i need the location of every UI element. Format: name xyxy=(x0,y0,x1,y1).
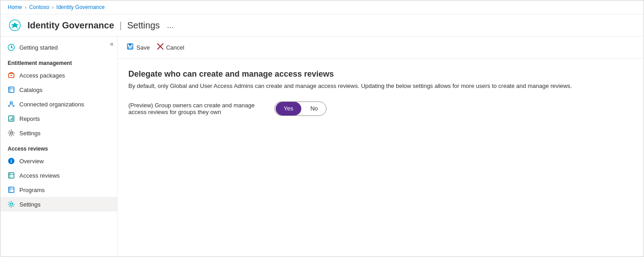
toggle-switch[interactable]: Yes No xyxy=(274,101,327,116)
reports-label: Reports xyxy=(19,115,40,122)
breadcrumb-identity-governance[interactable]: Identity Governance xyxy=(56,4,104,10)
access-reviews-settings-icon xyxy=(8,201,15,208)
sidebar-item-access-reviews[interactable]: Access reviews xyxy=(0,168,117,183)
setting-row: (Preview) Group owners can create and ma… xyxy=(128,101,633,116)
access-packages-label: Access packages xyxy=(19,72,65,79)
svg-rect-28 xyxy=(128,47,132,49)
sidebar-item-catalogs[interactable]: Catalogs xyxy=(0,83,117,97)
save-button[interactable]: Save xyxy=(127,41,150,54)
catalogs-label: Catalogs xyxy=(19,87,42,93)
breadcrumb-contoso[interactable]: Contoso xyxy=(29,4,50,10)
svg-line-11 xyxy=(11,104,14,106)
svg-line-10 xyxy=(9,104,11,106)
sidebar-item-entitlement-settings[interactable]: Settings xyxy=(0,126,117,140)
breadcrumb-home[interactable]: Home xyxy=(8,4,22,10)
content-body: Delegate who can create and manage acces… xyxy=(118,59,644,134)
overview-icon: i xyxy=(8,157,15,165)
access-reviews-label: Access reviews xyxy=(19,172,60,179)
identity-governance-icon xyxy=(8,18,22,32)
sidebar: « Getting started Entitlement management… xyxy=(0,37,118,257)
svg-point-9 xyxy=(13,106,14,107)
reports-icon xyxy=(8,115,15,122)
svg-rect-19 xyxy=(9,173,14,178)
main-layout: « Getting started Entitlement management… xyxy=(0,37,644,257)
cancel-label: Cancel xyxy=(166,44,184,51)
entitlement-management-section: Entitlement management xyxy=(0,55,117,68)
sidebar-item-access-reviews-settings[interactable]: Settings xyxy=(0,197,117,211)
getting-started-label: Getting started xyxy=(19,44,58,51)
svg-text:i: i xyxy=(11,159,12,164)
page-title: Identity Governance xyxy=(27,20,114,31)
sidebar-collapse-button[interactable]: « xyxy=(110,40,113,47)
save-label: Save xyxy=(136,44,150,51)
svg-rect-22 xyxy=(9,187,14,193)
cancel-button[interactable]: Cancel xyxy=(157,41,184,53)
breadcrumb: Home › Contoso › Identity Governance xyxy=(0,0,644,14)
cancel-icon xyxy=(157,43,163,51)
entitlement-settings-label: Settings xyxy=(19,130,41,137)
svg-point-7 xyxy=(10,102,13,104)
programs-label: Programs xyxy=(19,187,45,193)
connected-orgs-icon xyxy=(8,101,15,108)
access-packages-icon xyxy=(8,72,15,79)
content-description: By default, only Global and User Access … xyxy=(128,82,633,91)
svg-rect-27 xyxy=(129,44,132,46)
page-header: Identity Governance | Settings ... xyxy=(0,14,644,37)
connected-orgs-label: Connected organizations xyxy=(19,101,84,108)
content-title: Delegate who can create and manage acces… xyxy=(128,69,633,79)
main-content: Save Cancel Delegate who can create and … xyxy=(118,37,644,257)
sidebar-item-programs[interactable]: Programs xyxy=(0,183,117,197)
sidebar-item-access-packages[interactable]: Access packages xyxy=(0,68,117,83)
sidebar-item-connected-orgs[interactable]: Connected organizations xyxy=(0,97,117,111)
save-icon xyxy=(127,43,134,52)
access-reviews-settings-label: Settings xyxy=(19,201,41,208)
more-options[interactable]: ... xyxy=(167,21,174,30)
access-reviews-icon xyxy=(8,172,15,179)
sidebar-item-overview[interactable]: i Overview xyxy=(0,154,117,168)
header-divider: | xyxy=(119,20,122,31)
sidebar-item-getting-started[interactable]: Getting started xyxy=(0,40,117,55)
access-reviews-section: Access reviews xyxy=(0,140,117,154)
entitlement-settings-icon xyxy=(8,129,15,137)
page-subtitle: Settings xyxy=(127,20,159,31)
catalogs-icon xyxy=(8,86,15,93)
setting-label: (Preview) Group owners can create and ma… xyxy=(128,102,263,115)
overview-label: Overview xyxy=(19,158,44,165)
svg-rect-4 xyxy=(9,87,14,92)
toggle-yes[interactable]: Yes xyxy=(276,102,301,115)
programs-icon xyxy=(8,186,15,193)
toggle-no[interactable]: No xyxy=(302,102,326,115)
sidebar-item-reports[interactable]: Reports xyxy=(0,111,117,126)
svg-point-8 xyxy=(9,106,10,107)
toolbar: Save Cancel xyxy=(118,37,644,59)
getting-started-icon xyxy=(8,44,15,51)
